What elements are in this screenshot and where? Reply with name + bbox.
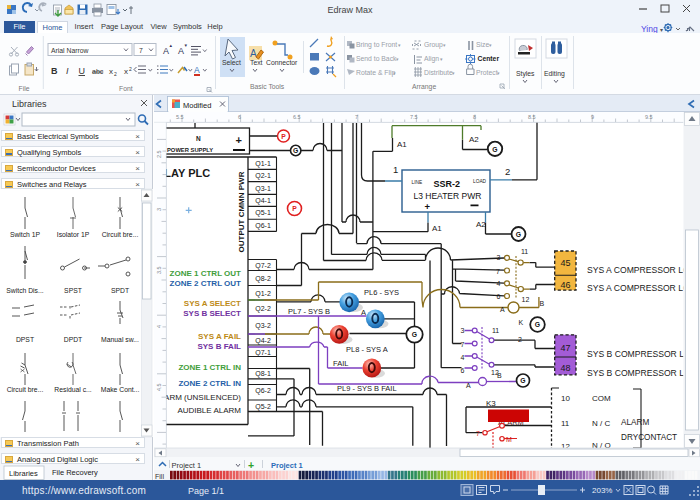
- svg-text:7: 7: [476, 430, 480, 437]
- svg-text:SYS B FAIL: SYS B FAIL: [197, 342, 241, 351]
- svg-text:LOAD: LOAD: [473, 179, 487, 184]
- svg-text:SPST: SPST: [64, 287, 82, 294]
- svg-text:SYS B COMPRESSOR LOAD: SYS B COMPRESSOR LOAD: [587, 349, 700, 359]
- svg-text:ZONE 1 CTRL OUT: ZONE 1 CTRL OUT: [170, 269, 242, 278]
- svg-text:45: 45: [560, 258, 570, 268]
- svg-text:SYS A SELECT: SYS A SELECT: [184, 299, 241, 308]
- svg-text:2.5: 2.5: [156, 150, 162, 158]
- svg-text:Q6-2: Q6-2: [255, 387, 271, 395]
- svg-text:Q7-1: Q7-1: [255, 349, 271, 357]
- svg-text:11: 11: [521, 248, 528, 255]
- svg-text:POWER SUPPLY: POWER SUPPLY: [167, 147, 213, 153]
- svg-text:2: 2: [129, 66, 132, 72]
- svg-text:Circuit bre...: Circuit bre...: [102, 231, 139, 238]
- svg-text:8: 8: [473, 114, 476, 120]
- svg-text:▾: ▾: [452, 70, 455, 76]
- svg-text:Page 1/1: Page 1/1: [188, 486, 224, 496]
- svg-text:DPDT: DPDT: [64, 336, 83, 343]
- svg-text:PL8 - SYS A: PL8 - SYS A: [346, 345, 388, 354]
- svg-text:I: I: [66, 66, 69, 76]
- svg-text:4: 4: [461, 354, 465, 361]
- svg-text:3: 3: [461, 327, 465, 334]
- svg-text:PL6 - SYS: PL6 - SYS: [364, 288, 399, 297]
- svg-text:PL7 - SYS B: PL7 - SYS B: [288, 307, 330, 316]
- svg-text:COM: COM: [592, 394, 611, 403]
- svg-text:Project 1: Project 1: [172, 461, 202, 470]
- svg-text:A: A: [163, 46, 169, 56]
- svg-text:47: 47: [560, 343, 570, 353]
- svg-text:Q5-1: Q5-1: [255, 209, 271, 217]
- svg-text:K: K: [519, 319, 524, 326]
- svg-text:FAIL: FAIL: [333, 359, 348, 368]
- svg-text:A: A: [361, 308, 366, 317]
- svg-text:File: File: [19, 85, 30, 92]
- svg-text:B: B: [497, 372, 502, 379]
- svg-text:A: A: [178, 46, 184, 56]
- svg-text:Q3-2: Q3-2: [255, 322, 271, 330]
- svg-text:8.5: 8.5: [528, 114, 536, 120]
- svg-text:46: 46: [560, 280, 570, 290]
- svg-text:Distribute: Distribute: [424, 69, 453, 76]
- svg-text:Q1-2: Q1-2: [255, 290, 271, 298]
- svg-text:Q1-1: Q1-1: [255, 160, 271, 168]
- svg-text:▴: ▴: [170, 42, 173, 48]
- svg-text:A1: A1: [432, 224, 442, 233]
- svg-text:11: 11: [561, 419, 570, 428]
- svg-text:2: 2: [505, 166, 510, 177]
- svg-text:Isolator 1P: Isolator 1P: [57, 231, 90, 238]
- svg-text:3: 3: [497, 254, 501, 261]
- svg-text:P: P: [281, 133, 286, 140]
- svg-text:x: x: [124, 67, 128, 76]
- svg-text:ZONE 2 CTRL IN: ZONE 2 CTRL IN: [178, 379, 241, 388]
- svg-text:Fill: Fill: [155, 473, 164, 480]
- svg-text:Group: Group: [424, 41, 443, 49]
- svg-text:+: +: [248, 459, 254, 471]
- svg-text:1: 1: [393, 164, 398, 175]
- svg-text:12: 12: [522, 296, 530, 303]
- svg-text:▾: ▾: [396, 56, 399, 62]
- svg-text:https://www.edrawsoft.com: https://www.edrawsoft.com: [22, 485, 146, 496]
- svg-text:▾: ▾: [393, 70, 396, 76]
- svg-text:ARM (UNSILENCED): ARM (UNSILENCED): [164, 393, 241, 402]
- svg-text:4: 4: [497, 280, 501, 287]
- svg-text:SYS B SELECT: SYS B SELECT: [183, 309, 241, 318]
- svg-text:Protect: Protect: [476, 69, 498, 76]
- svg-text:▾: ▾: [440, 56, 443, 62]
- svg-text:G: G: [520, 377, 525, 384]
- svg-text:Q2-2: Q2-2: [255, 305, 271, 313]
- svg-text:A: A: [194, 65, 200, 75]
- svg-text:DPST: DPST: [16, 336, 34, 343]
- svg-text:6: 6: [497, 293, 501, 300]
- svg-text:Q7-2: Q7-2: [255, 262, 271, 270]
- svg-text:PL9 - SYS B FAIL: PL9 - SYS B FAIL: [337, 384, 397, 393]
- svg-text:LINE: LINE: [412, 180, 423, 185]
- svg-text:203%: 203%: [592, 486, 612, 495]
- svg-text:Font: Font: [119, 85, 133, 92]
- svg-text:G: G: [535, 321, 540, 328]
- svg-text:▾: ▾: [398, 42, 401, 48]
- svg-text:Switch 1P: Switch 1P: [10, 231, 41, 238]
- svg-text:A2: A2: [469, 135, 479, 144]
- svg-text:Bring to Front: Bring to Front: [356, 41, 397, 49]
- svg-text:5.5: 5.5: [176, 114, 184, 120]
- svg-text:U: U: [79, 66, 86, 76]
- svg-text:G: G: [492, 146, 497, 153]
- svg-text:6: 6: [238, 114, 241, 120]
- svg-text:9.5: 9.5: [645, 114, 653, 120]
- svg-text:3: 3: [156, 208, 162, 211]
- svg-text:Q8-2: Q8-2: [255, 275, 271, 283]
- svg-text:▾: ▾: [497, 70, 500, 76]
- svg-text:Arial Narrow: Arial Narrow: [51, 47, 88, 54]
- svg-text:Switch Dis...: Switch Dis...: [6, 287, 44, 294]
- svg-text:Select: Select: [222, 59, 241, 66]
- svg-text:Q5-2: Q5-2: [255, 403, 271, 411]
- svg-text:Center: Center: [478, 55, 500, 62]
- svg-text:7: 7: [355, 114, 358, 120]
- svg-text:Q2-1: Q2-1: [255, 172, 271, 180]
- svg-text:3.5: 3.5: [156, 266, 162, 274]
- svg-text:x: x: [109, 67, 113, 76]
- svg-text:ZONE 1 CTRL IN: ZONE 1 CTRL IN: [178, 363, 241, 372]
- svg-text:4.5: 4.5: [156, 383, 162, 391]
- svg-text:abc: abc: [92, 68, 104, 75]
- svg-text:7.5: 7.5: [410, 114, 418, 120]
